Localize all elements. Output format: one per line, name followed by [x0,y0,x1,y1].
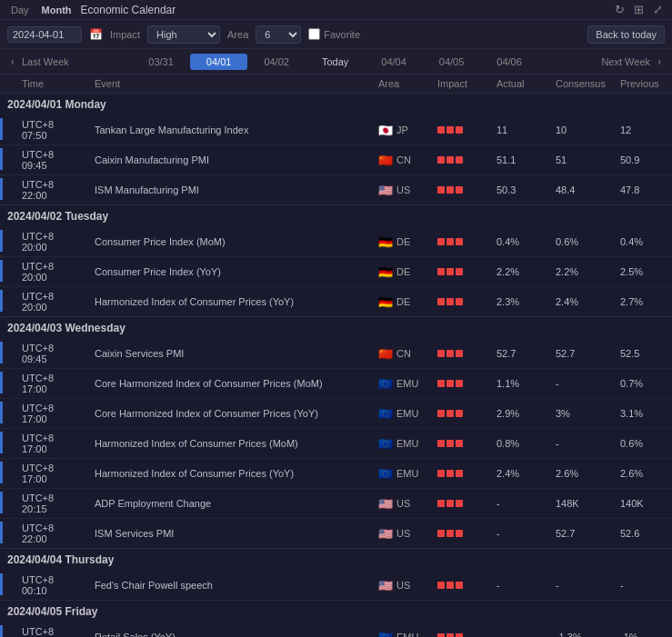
impact-bars [437,500,482,507]
row-event[interactable]: Tankan Large Manufacturing Index [87,115,371,145]
table-row[interactable]: UTC+8 17:00 Core Harmonized Index of Con… [0,369,672,399]
table-row[interactable]: UTC+8 17:00 Harmonized Index of Consumer… [0,459,672,489]
row-indicator [0,175,15,205]
back-to-today-button[interactable]: Back to today [587,25,665,44]
table-row[interactable]: UTC+8 22:00 ISM Services PMI 🇺🇸 US - 52.… [0,519,672,549]
row-impact [430,459,489,489]
row-event[interactable]: ADP Employment Change [87,489,371,519]
nav-date-0331[interactable]: 03/31 [132,54,190,70]
row-time: UTC+8 00:10 [15,571,87,601]
row-event[interactable]: Consumer Price Index (YoY) [87,257,371,287]
nav-date-0406[interactable]: 04/06 [480,54,538,70]
row-area: 🇯🇵 JP [371,115,430,145]
table-row[interactable]: UTC+8 00:10 Fed's Chair Powell speech 🇺🇸… [0,571,672,601]
row-indicator [0,571,15,601]
favorite-checkbox-label[interactable]: Favorite [308,28,360,40]
row-event[interactable]: Core Harmonized Index of Consumer Prices… [87,399,371,429]
row-consensus: - [548,571,613,601]
impact-bar [456,530,463,537]
row-event[interactable]: Harmonized Index of Consumer Prices (YoY… [87,459,371,489]
refresh-icon[interactable]: ↻ [613,3,627,16]
day-header-row: 2024/04/05 Friday [0,601,672,623]
table-row[interactable]: UTC+8 17:00 Core Harmonized Index of Con… [0,399,672,429]
area-select[interactable]: 6 All [256,25,301,44]
col-time-header: Time [15,75,87,94]
table-row[interactable]: UTC+8 20:00 Consumer Price Index (MoM) 🇩… [0,227,672,257]
impact-bar [437,126,445,134]
impact-select[interactable]: High Medium Low All [147,25,220,44]
impact-bars [437,530,482,537]
impact-bar [446,298,454,305]
next-week-nav[interactable]: Next Week [597,56,654,67]
col-event-header: Event [87,75,371,94]
row-previous: 52.6 [613,519,672,549]
row-event[interactable]: Harmonized Index of Consumer Prices (YoY… [87,287,371,317]
row-event[interactable]: Caixin Services PMI [87,339,371,369]
table-header-row: Time Event Area Impact Actual Consensus … [0,75,672,94]
impact-bars [437,582,482,589]
nav-left-arrow[interactable]: ‹ [7,55,18,68]
col-area-header: Area [371,75,430,94]
tab-day[interactable]: Day [7,5,33,15]
table-row[interactable]: UTC+8 09:45 Caixin Manufacturing PMI 🇨🇳 … [0,145,672,175]
tab-month[interactable]: Month [38,5,75,15]
row-event[interactable]: Core Harmonized Index of Consumer Prices… [87,369,371,399]
row-event[interactable]: Fed's Chair Powell speech [87,571,371,601]
row-impact [430,115,489,145]
impact-bar [456,633,463,637]
table-row[interactable]: UTC+8 20:00 Consumer Price Index (YoY) 🇩… [0,257,672,287]
nav-right-arrow[interactable]: › [654,55,665,68]
nav-date-0402[interactable]: 04/02 [247,54,306,70]
table-row[interactable]: UTC+8 22:00 ISM Manufacturing PMI 🇺🇸 US … [0,175,672,205]
impact-bar [446,238,454,245]
impact-bars [437,298,482,305]
impact-bars [437,186,482,194]
nav-date-0401[interactable]: 04/01 [190,54,248,70]
row-consensus: - [548,369,613,399]
nav-dates: 03/31 04/01 04/02 Today 04/04 04/05 04/0… [73,54,598,70]
nav-date-today[interactable]: Today [306,54,365,70]
row-actual: 2.2% [489,257,548,287]
row-indicator [0,145,15,175]
row-event[interactable]: Retail Sales (YoY) [87,622,371,637]
row-event[interactable]: ISM Services PMI [87,519,371,549]
nav-date-0404[interactable]: 04/04 [365,54,423,70]
impact-bar [437,156,445,164]
table-row[interactable]: UTC+8 20:00 Harmonized Index of Consumer… [0,287,672,317]
row-event[interactable]: Harmonized Index of Consumer Prices (MoM… [87,429,371,459]
impact-bars [437,380,482,387]
table-row[interactable]: UTC+8 20:15 ADP Employment Change 🇺🇸 US … [0,489,672,519]
calendar-icon[interactable]: 📅 [89,28,103,41]
row-impact [430,399,489,429]
impact-bars [437,268,482,275]
row-time: UTC+8 07:50 [15,115,87,145]
table-row[interactable]: UTC+8 09:45 Caixin Services PMI 🇨🇳 CN 52… [0,339,672,369]
row-event[interactable]: Consumer Price Index (MoM) [87,227,371,257]
table-row[interactable]: UTC+8 17:00 Harmonized Index of Consumer… [0,429,672,459]
row-impact [430,571,489,601]
row-time: UTC+8 17:00 [15,429,87,459]
row-impact [430,489,489,519]
favorite-checkbox[interactable] [308,28,320,40]
country-flag: 🇩🇪 [378,235,393,249]
date-input[interactable] [7,26,82,43]
last-week-nav[interactable]: Last Week [18,56,73,67]
day-header-row: 2024/04/01 Monday [0,94,672,116]
row-event[interactable]: ISM Manufacturing PMI [87,175,371,205]
country-flag: 🇺🇸 [378,184,393,197]
col-impact-header: Impact [430,75,489,94]
page-title: Economic Calendar [81,4,607,16]
row-area: 🇪🇺 EMU [371,459,430,489]
row-previous: 50.9 [613,145,672,175]
row-actual: - [489,622,548,637]
row-indicator [0,369,15,399]
table-row[interactable]: UTC+8 17:00 Retail Sales (YoY) 🇪🇺 EMU - … [0,622,672,637]
table-row[interactable]: UTC+8 07:50 Tankan Large Manufacturing I… [0,115,672,145]
expand-icon[interactable]: ⤢ [651,3,665,16]
impact-bar [456,440,463,447]
nav-date-0405[interactable]: 04/05 [423,54,481,70]
row-consensus: 3% [548,399,613,429]
layout-icon[interactable]: ⊞ [632,3,646,16]
row-indicator [0,257,15,287]
row-event[interactable]: Caixin Manufacturing PMI [87,145,371,175]
